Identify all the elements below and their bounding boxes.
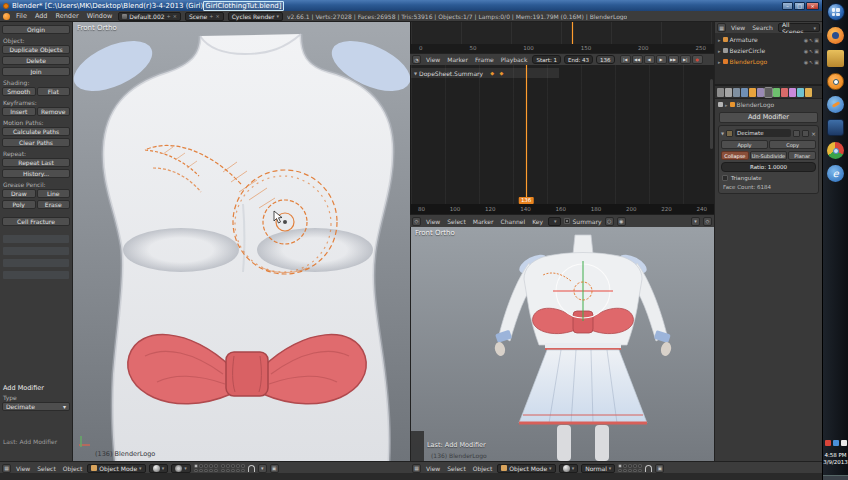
view-menu[interactable]: View [424,465,442,472]
snap-mode-select[interactable]: ▾ [691,217,700,226]
dopesheet-menu-key[interactable]: Key [530,218,545,225]
outliner-item-beziercircle[interactable]: ▸ BezierCircle ◉ ↖ ▣ [715,45,822,56]
tab-constraints-icon[interactable] [757,88,764,97]
menu-add[interactable]: Add [33,12,50,20]
keying-type-select[interactable]: ◇ [703,217,712,226]
collapse-mode-button[interactable]: Collapse [721,151,749,160]
fast-forward-button[interactable]: ▶▶ [668,55,679,64]
tab-physics-icon[interactable] [805,88,812,97]
transform-orientation-select[interactable]: Normal ▾ [581,464,615,473]
tab-render-icon[interactable] [717,88,724,97]
dopesheet-scrollbar[interactable] [710,79,713,149]
repeat-last-button[interactable]: Repeat Last [2,158,70,167]
expand-icon[interactable]: ▸ [718,37,721,43]
tab-material-icon[interactable] [781,88,788,97]
triangulate-checkbox[interactable] [722,175,728,181]
minimize-button[interactable]: – [782,2,793,10]
menu-window[interactable]: Window [85,12,115,20]
taskbar-ie-icon[interactable]: e [827,165,844,182]
select-menu[interactable]: Select [35,465,58,472]
insert-keyframe-button[interactable]: Insert [2,107,36,116]
expand-icon[interactable]: ▸ [718,59,721,65]
outliner-item-armature[interactable]: ▸ Armature ◉ ↖ ▣ [715,34,822,45]
dopesheet-summary-channel[interactable]: ▼ DopeSheet.Summary ◆ ◆ [411,68,559,78]
layers-toggle-2[interactable] [221,464,245,472]
model-torso[interactable] [73,22,410,461]
planar-mode-button[interactable]: Planar [788,151,816,160]
dopesheet-menu-marker[interactable]: Marker [471,218,496,225]
gp-poly-button[interactable]: Poly [2,200,36,209]
tray-icon-white[interactable] [841,440,847,446]
model-full-body[interactable] [411,227,714,461]
layers-toggle[interactable] [618,464,642,472]
play-button[interactable]: ▶ [656,55,667,64]
render-visibility-toggle[interactable] [793,130,800,137]
screen-layout-select[interactable]: Default.002 + × [118,12,181,21]
jump-to-start-button[interactable]: |◀ [620,55,631,64]
timeline-menu-view[interactable]: View [424,56,442,63]
timeline-editor[interactable]: 0 50 100 150 200 250 [410,22,714,53]
timeline-menu-playback[interactable]: Playback [499,56,530,63]
clear-paths-button[interactable]: Clear Paths [2,138,70,147]
keyframe-diamonds[interactable]: ◆ ◆ [490,70,505,76]
blender-logo-icon[interactable] [3,13,10,20]
snap-element-select[interactable]: ▾ [258,464,267,473]
editor-type-icon[interactable]: ▦ [412,464,421,473]
taskbar-explorer-icon[interactable] [827,50,844,67]
collapse-icon[interactable]: ▼ [721,131,724,136]
dopesheet-ruler[interactable]: 80 100 120 140 160 180 200 220 240 [411,204,714,214]
taskbar-media-player-icon[interactable] [827,96,844,113]
tray-icon-red[interactable] [825,440,831,446]
add-modifier-button[interactable]: Add Modifier [719,112,818,123]
tab-particles-icon[interactable] [797,88,804,97]
visibility-eye-icon[interactable]: ◉ [804,37,808,43]
system-tray[interactable] [825,440,847,446]
filter-icon[interactable]: ◉ [617,217,626,226]
editor-type-icon[interactable]: ◇ [412,217,421,226]
delete-modifier-icon[interactable]: × [811,130,816,137]
timeline-menu-frame[interactable]: Frame [473,56,496,63]
window-titlebar[interactable]: Blender* [C:\Users\MK\Desktop\Blend(r)3-… [0,0,822,11]
render-opengl-icon[interactable]: ▣ [270,464,279,473]
viewport-main[interactable]: Front Ortho (136) BlenderLogo [73,22,410,461]
snap-magnet-icon[interactable] [248,465,255,472]
play-reverse-button[interactable]: ◀ [644,55,655,64]
tab-object-icon[interactable] [749,88,756,97]
flat-button[interactable]: Flat [37,87,71,96]
delete-button[interactable]: Delete [2,56,70,65]
taskbar-chrome-icon[interactable] [827,142,844,159]
modifier-type-select[interactable]: Decimate ▾ [2,402,70,411]
render-toggle-icon[interactable]: ▣ [814,59,819,65]
rewind-button[interactable]: ◀◀ [632,55,643,64]
editor-type-icon[interactable]: ◔ [412,55,421,64]
selectability-icon[interactable]: ↖ [809,37,813,43]
render-toggle-icon[interactable]: ▣ [814,37,819,43]
tray-icon-blue[interactable] [833,440,839,446]
render-engine-select[interactable]: Cycles Render ▾ [228,12,283,21]
menu-render[interactable]: Render [53,12,80,20]
unsubdivide-mode-button[interactable]: Un-Subdivide [750,151,788,160]
outliner-display-select[interactable]: All Scenes ▾ [778,23,820,32]
tab-world-icon[interactable] [741,88,748,97]
menu-file[interactable]: File [14,12,29,20]
show-desktop-button[interactable] [823,475,848,480]
history-button[interactable]: History... [2,169,70,178]
outliner-menu-view[interactable]: View [729,24,747,31]
apply-button[interactable]: Apply [721,140,768,149]
duplicate-objects-button[interactable]: Duplicate Objects [2,45,70,54]
tab-scene-icon[interactable] [733,88,740,97]
visibility-eye-icon[interactable]: ◉ [804,59,808,65]
layers-toggle[interactable] [194,464,218,472]
viewport-shading-select[interactable]: ▾ [559,464,579,473]
taskbar-browser-icon[interactable] [827,27,844,44]
tab-modifiers-wrench-icon[interactable] [765,88,772,97]
selectability-icon[interactable]: ↖ [809,59,813,65]
gp-line-button[interactable]: Line [37,189,71,198]
mode-select[interactable]: Object Mode ▾ [87,464,145,473]
tab-texture-icon[interactable] [789,88,796,97]
origin-button[interactable]: Origin [2,25,70,34]
ratio-slider[interactable]: Ratio: 1.0000 [721,162,816,172]
timeline-ruler[interactable]: 0 50 100 150 200 250 [411,44,714,53]
viewport-second[interactable]: Front Ortho Last: Add Modifier (136) Ble… [410,227,714,461]
outliner-menu-search[interactable]: Search [750,24,775,31]
